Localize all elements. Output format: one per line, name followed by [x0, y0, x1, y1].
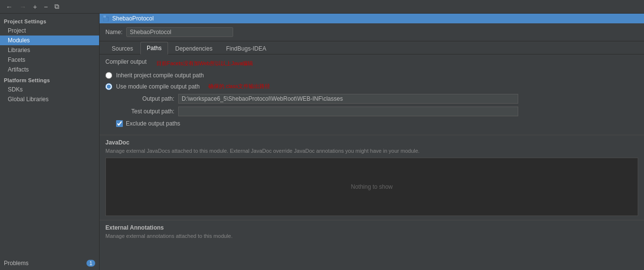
exclude-checkbox[interactable]: [116, 120, 123, 127]
use-module-label: Use module compile output path: [116, 83, 200, 90]
sidebar-item-sdks[interactable]: SDKs: [0, 85, 99, 94]
content-panel: ShebaoProtocol Name: Sources Paths Depen…: [100, 14, 644, 270]
javadoc-desc: Manage external JavaDocs attached to thi…: [105, 148, 638, 154]
sidebar-item-libraries[interactable]: Libraries: [0, 45, 99, 55]
output-path-label: Output path:: [116, 95, 174, 102]
sidebar-item-global-libraries[interactable]: Global Libraries: [0, 94, 99, 104]
toolbar-add-btn[interactable]: +: [31, 2, 39, 12]
project-settings-header: Project Settings: [0, 16, 99, 26]
module-icon: [103, 16, 110, 21]
sidebar-item-artifacts[interactable]: Artifacts: [0, 65, 99, 74]
use-module-radio[interactable]: [105, 83, 112, 90]
use-module-radio-row: Use module compile output path 确保的.class…: [105, 83, 638, 90]
use-module-hint: 确保的.class文件输出路径: [208, 83, 270, 90]
tab-sources[interactable]: Sources: [105, 42, 139, 54]
svg-rect-1: [103, 16, 106, 18]
svg-rect-0: [103, 17, 108, 21]
toolbar-forward-btn[interactable]: →: [17, 2, 28, 12]
exclude-label: Exclude output paths: [126, 120, 180, 127]
external-annotations-desc: Manage external annotations attached to …: [105, 233, 638, 239]
compiler-warning-text: 目前Facets没有加Web所以以上Java编辑: [156, 60, 254, 67]
exclude-checkbox-row: Exclude output paths: [105, 120, 638, 127]
external-annotations-section: External Annotations Manage external ann…: [100, 220, 644, 243]
compiler-output-title: Compiler output: [105, 58, 147, 65]
test-output-path-row: Test output path:: [105, 107, 638, 116]
inherit-radio[interactable]: [105, 72, 112, 79]
sidebar-item-project[interactable]: Project: [0, 26, 99, 36]
toolbar: ← → + − ⧉: [0, 0, 644, 14]
compiler-header-row: Compiler output 目前Facets没有加Web所以以上Java编辑: [105, 58, 638, 68]
tab-findbugs[interactable]: FindBugs-IDEA: [220, 42, 272, 54]
sidebar-item-modules[interactable]: Modules: [0, 36, 99, 45]
main-container: Project Settings Project Modules Librari…: [0, 14, 644, 270]
javadoc-section: JavaDoc Manage external JavaDocs attache…: [100, 135, 644, 220]
tabs-row: Sources Paths Dependencies FindBugs-IDEA: [100, 41, 644, 54]
tab-paths[interactable]: Paths: [140, 42, 168, 54]
content-area: Compiler output 目前Facets没有加Web所以以上Java编辑…: [100, 54, 644, 270]
problems-row[interactable]: Problems 1: [0, 258, 99, 268]
radio-group: Inherit project compile output path Use …: [105, 72, 638, 90]
test-output-path-label: Test output path:: [116, 108, 174, 115]
toolbar-copy-btn[interactable]: ⧉: [52, 1, 61, 12]
javadoc-list: Nothing to show: [105, 158, 638, 216]
name-row: Name:: [100, 23, 644, 41]
sidebar: Project Settings Project Modules Librari…: [0, 14, 100, 270]
compiler-output-section: Compiler output 目前Facets没有加Web所以以上Java编辑…: [100, 54, 644, 135]
output-path-input[interactable]: [178, 94, 518, 104]
external-annotations-title: External Annotations: [105, 224, 638, 231]
output-path-row: Output path:: [105, 94, 638, 104]
inherit-radio-row: Inherit project compile output path: [105, 72, 638, 79]
inherit-label: Inherit project compile output path: [116, 72, 204, 79]
sidebar-item-facets[interactable]: Facets: [0, 55, 99, 65]
name-input[interactable]: [126, 27, 233, 37]
name-label: Name:: [105, 29, 122, 36]
javadoc-title: JavaDoc: [105, 139, 638, 146]
toolbar-remove-btn[interactable]: −: [42, 2, 50, 12]
test-output-path-input[interactable]: [178, 107, 518, 116]
module-item-label: ShebaoProtocol: [112, 15, 153, 22]
nothing-to-show: Nothing to show: [351, 183, 392, 190]
problems-label: Problems: [4, 260, 29, 267]
module-list-item[interactable]: ShebaoProtocol: [100, 14, 644, 23]
problems-badge: 1: [86, 260, 95, 267]
platform-settings-header: Platform Settings: [0, 74, 99, 85]
tab-dependencies[interactable]: Dependencies: [169, 42, 219, 54]
toolbar-back-btn[interactable]: ←: [4, 2, 15, 12]
